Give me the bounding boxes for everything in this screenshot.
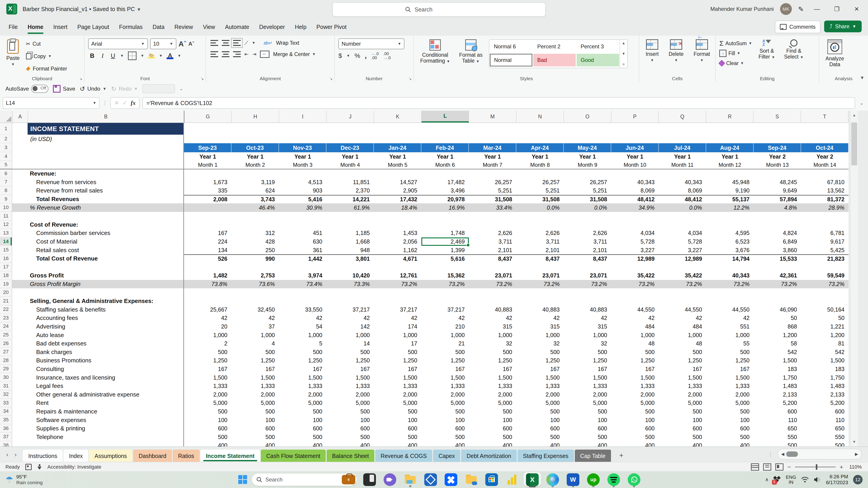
cell-O18[interactable]: 23,071 (564, 271, 611, 280)
month-header-Oct-23[interactable]: Oct-23 (231, 143, 279, 152)
font-size-select[interactable]: 10▼ (150, 38, 176, 49)
cell-J14[interactable]: 1,668 (327, 237, 374, 246)
cell-G10[interactable] (184, 203, 231, 212)
decrease-decimal-icon[interactable]: .00→.0 (383, 52, 391, 60)
row-header-11[interactable]: 11 (0, 212, 12, 221)
cell-J37[interactable]: 500 (327, 433, 374, 441)
cell-S9[interactable]: 57,894 (754, 195, 801, 203)
cell-P25[interactable]: 1,000 (611, 331, 659, 339)
monthnum-header-1[interactable]: Month 1 (184, 161, 231, 169)
gallery-down-icon[interactable]: ▼ (622, 52, 625, 56)
cell-style-percent-3[interactable]: Percent 3 (577, 40, 619, 53)
row-header-21[interactable]: 21 (0, 297, 12, 305)
cell-A21[interactable] (12, 297, 28, 305)
cell-G15[interactable]: 134 (184, 246, 231, 254)
cell-T10[interactable]: 28.9% (801, 203, 848, 212)
cell-L12[interactable] (421, 221, 469, 229)
column-header-H[interactable]: H (232, 111, 279, 123)
cell-T22[interactable]: 50,164 (801, 305, 848, 314)
row-header-6[interactable]: 6 (0, 169, 12, 178)
cell-H15[interactable]: 250 (231, 246, 279, 254)
merge-center-button[interactable]: Merge & Center▼ (273, 50, 315, 59)
cell-B14[interactable]: Cost of Material (28, 237, 184, 246)
cells-format-button[interactable]: Format▼ (691, 38, 713, 74)
cell-O8[interactable]: 5,251 (564, 186, 611, 195)
cell-T15[interactable]: 5,425 (801, 246, 848, 254)
cell-S19[interactable]: 73.2% (754, 280, 801, 289)
cell-P16[interactable]: 12,989 (611, 254, 659, 263)
cell-N35[interactable]: 100 (516, 416, 564, 424)
cell-J22[interactable]: 37,217 (327, 305, 374, 314)
prev-sheet-icon[interactable]: ‹ (6, 451, 8, 458)
cell-T26[interactable]: 81 (801, 339, 848, 348)
year-header-10[interactable]: Year 1 (611, 152, 659, 161)
cell-Q20[interactable] (659, 288, 706, 297)
cell-G25[interactable]: 1,000 (184, 331, 231, 339)
cell-I34[interactable]: 500 (279, 408, 327, 416)
cell-I38[interactable]: 400 (279, 441, 327, 447)
cell-H26[interactable]: 4 (231, 339, 279, 348)
cell-B11[interactable] (28, 212, 184, 221)
cell-R9[interactable]: 55,137 (706, 195, 754, 203)
cell-I6[interactable] (279, 169, 327, 178)
cell-K28[interactable]: 1,250 (374, 356, 421, 365)
cell-N8[interactable]: 5,251 (516, 186, 564, 195)
cell-A34[interactable] (12, 408, 28, 416)
cell-M30[interactable]: 1,500 (469, 373, 516, 382)
cell-T37[interactable]: 550 (801, 433, 848, 441)
cell-T25[interactable]: 1,200 (801, 331, 848, 339)
row-header-35[interactable]: 35 (0, 416, 12, 424)
cell-M34[interactable]: 500 (469, 408, 516, 416)
column-header-B[interactable]: B (28, 111, 184, 123)
cell-B10[interactable]: % Revenue Growth (28, 203, 184, 212)
cells-delete-button[interactable]: Delete▼ (666, 38, 686, 74)
cell-L18[interactable]: 15,362 (421, 271, 469, 280)
cell-P18[interactable]: 35,422 (611, 271, 659, 280)
cell-P23[interactable]: 42 (611, 314, 659, 322)
cell-T12[interactable] (801, 221, 848, 229)
cell-G27[interactable]: 500 (184, 348, 231, 356)
cell-L21[interactable] (421, 297, 469, 305)
row-header-31[interactable]: 31 (0, 382, 12, 390)
cell-J31[interactable]: 1,333 (327, 382, 374, 390)
cell-J26[interactable]: 14 (327, 339, 374, 348)
row-header-29[interactable]: 29 (0, 365, 12, 373)
cell-R32[interactable]: 2,000 (706, 390, 754, 399)
cell-J7[interactable]: 11,851 (327, 178, 374, 187)
font-color-icon[interactable]: A (166, 53, 174, 59)
cell-O20[interactable] (564, 288, 611, 297)
tab-data[interactable]: Data (148, 18, 169, 36)
sheet-tab-capex[interactable]: Capex (433, 450, 460, 462)
cell-G34[interactable]: 500 (184, 408, 231, 416)
cell-Q29[interactable]: 167 (659, 365, 706, 373)
align-top-icon[interactable] (211, 40, 218, 46)
cells-row1[interactable] (184, 123, 848, 135)
cell-N6[interactable] (516, 169, 564, 178)
cell-N29[interactable]: 167 (516, 365, 564, 373)
cell-L37[interactable]: 500 (421, 433, 469, 441)
row-header-3[interactable]: 3 (0, 143, 12, 152)
cell-O12[interactable] (564, 221, 611, 229)
cell-H19[interactable]: 73.6% (231, 280, 279, 289)
cell-T38[interactable]: 500 (801, 441, 848, 447)
cell-M9[interactable]: 31,508 (469, 195, 516, 203)
cell-P28[interactable]: 1,250 (611, 356, 659, 365)
fill-color-icon[interactable] (148, 53, 155, 59)
row-header-19[interactable]: 19 (0, 280, 12, 289)
cell-P34[interactable]: 500 (611, 408, 659, 416)
taskbar-icon-video-chat-app[interactable] (380, 471, 400, 488)
macro-record-icon[interactable] (25, 464, 32, 470)
cell-Q32[interactable]: 2,000 (659, 390, 706, 399)
cell-O17[interactable] (564, 263, 611, 271)
cell-A31[interactable] (12, 382, 28, 390)
horizontal-scroll-thumb[interactable] (786, 451, 798, 457)
alignment-dialog-launcher[interactable]: ↘ (330, 76, 333, 81)
monthnum-header-5[interactable]: Month 5 (374, 161, 421, 169)
cell-R10[interactable]: 12.2% (706, 203, 754, 212)
cell-S26[interactable]: 58 (754, 339, 801, 348)
cell-K11[interactable] (374, 212, 421, 221)
tab-insert[interactable]: Insert (49, 18, 72, 36)
cell-O38[interactable]: 400 (564, 441, 611, 447)
cell-J18[interactable]: 10,420 (327, 271, 374, 280)
cell-P36[interactable]: 600 (611, 424, 659, 433)
